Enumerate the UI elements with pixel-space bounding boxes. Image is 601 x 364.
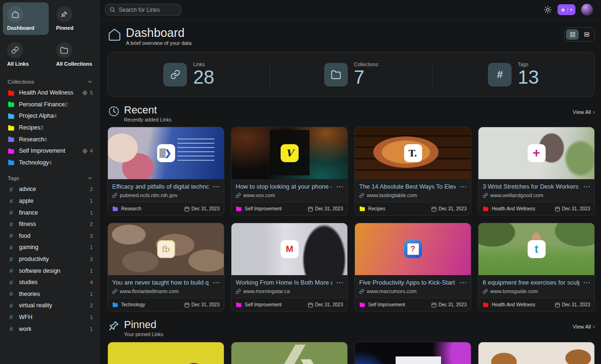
link-card[interactable]: ❯ Efficacy and pitfalls of digital techn…: [107, 127, 224, 216]
pinned-link-card[interactable]: [354, 342, 471, 364]
list-view-button[interactable]: [580, 29, 593, 40]
more-options-icon[interactable]: ⋯: [336, 183, 343, 190]
link-title[interactable]: The 14 Absolute Best Ways To Elevate Fr.…: [359, 183, 456, 190]
link-card[interactable]: M Working From Home Is Both More and L..…: [231, 223, 348, 312]
more-options-icon[interactable]: ⋯: [212, 279, 220, 286]
collection-item[interactable]: Project Alpha 4: [3, 110, 97, 122]
link-url[interactable]: www.wellandgood.com: [490, 192, 543, 198]
collection-item[interactable]: Recipes 3: [3, 122, 97, 134]
tag-name: fitness: [19, 221, 36, 227]
collection-folder-icon: [236, 302, 242, 308]
pinned-link-card[interactable]: [478, 342, 595, 364]
grid-view-button[interactable]: [566, 29, 579, 40]
collection-name[interactable]: Self Improvement: [245, 302, 282, 307]
link-title[interactable]: Efficacy and pitfalls of digital technol…: [112, 183, 209, 190]
more-options-icon[interactable]: ⋯: [460, 279, 467, 286]
more-options-icon[interactable]: ⋯: [336, 279, 343, 286]
link-card[interactable]: + 3 Wrist Stretches for Desk Workers to …: [478, 127, 595, 216]
link-title[interactable]: 6 equipment free exercises for sculpting…: [483, 279, 579, 286]
tag-item[interactable]: # apple 1: [3, 195, 97, 207]
collection-count: 3: [40, 125, 43, 130]
hash-icon: #: [8, 267, 15, 274]
collection-folder-icon: [483, 302, 489, 308]
tag-item[interactable]: # WFH 1: [3, 312, 97, 323]
more-options-icon[interactable]: ⋯: [583, 279, 590, 286]
link-title[interactable]: Five Productivity Apps to Kick-Start the…: [359, 279, 456, 286]
tag-item[interactable]: # fitness 2: [3, 218, 97, 230]
link-title[interactable]: You are never taught how to build qualit…: [112, 279, 209, 286]
collection-item[interactable]: Self Improvement 4: [3, 145, 97, 157]
tag-item[interactable]: # finance 1: [3, 207, 97, 218]
tag-item[interactable]: # advice 2: [3, 183, 97, 195]
collection-item[interactable]: Health And Wellness 5: [3, 87, 97, 99]
link-date: Dec 31, 2023: [439, 206, 467, 211]
link-card[interactable]: t 6 equipment free exercises for sculpti…: [478, 223, 595, 312]
more-options-icon[interactable]: ⋯: [583, 183, 590, 190]
tag-item[interactable]: # food 3: [3, 230, 97, 242]
sidebar-item-dashboard[interactable]: Dashboard: [3, 2, 49, 35]
sidebar-item-all-collections[interactable]: All Collections: [52, 38, 98, 71]
sidebar-item-pinned[interactable]: Pinned: [52, 2, 98, 35]
pinned-link-card[interactable]: [107, 342, 224, 364]
tag-count: 2: [90, 221, 93, 227]
theme-toggle-sun-icon[interactable]: [544, 6, 552, 14]
calendar-icon: [308, 206, 313, 212]
link-card[interactable]: V How to stop looking at your phone – Vo…: [231, 127, 348, 216]
link-card[interactable]: fb You are never taught how to build qua…: [107, 223, 224, 312]
collections-header[interactable]: Collections: [3, 77, 97, 87]
link-card[interactable]: ? Five Productivity Apps to Kick-Start t…: [354, 223, 471, 312]
caret-down-icon[interactable]: ▾: [570, 8, 572, 12]
link-date: Dec 31, 2023: [562, 302, 591, 307]
link-url[interactable]: www.morningstar.ca: [243, 288, 290, 294]
collection-name[interactable]: Technology: [121, 302, 145, 307]
more-options-icon[interactable]: ⋯: [212, 183, 220, 190]
tag-item[interactable]: # virtual reality 2: [3, 300, 97, 312]
collection-count: 4: [90, 148, 93, 154]
collection-name[interactable]: Research: [121, 206, 141, 211]
avatar[interactable]: [581, 4, 593, 16]
tag-item[interactable]: # work 1: [3, 323, 97, 335]
collection-name[interactable]: Health And Wellness: [492, 206, 535, 211]
link-card[interactable]: T. The 14 Absolute Best Ways To Elevate …: [354, 127, 471, 216]
recent-subtitle: Recently added Links: [124, 117, 171, 122]
collection-item[interactable]: Personal Finance 2: [3, 99, 97, 111]
collection-name[interactable]: Self Improvement: [245, 206, 282, 211]
collection-item[interactable]: Research 6: [3, 133, 97, 145]
link-icon: [112, 289, 117, 294]
collection-name: Project Alpha: [19, 113, 54, 119]
link-url[interactable]: www.florianbellmann.com: [120, 288, 179, 294]
link-url[interactable]: www.vox.com: [243, 192, 275, 198]
tag-count: 1: [90, 291, 93, 297]
collection-item[interactable]: Technology 4: [3, 157, 97, 169]
link-url[interactable]: www.macrumors.com: [367, 288, 416, 294]
collection-name[interactable]: Self Improvement: [368, 302, 405, 307]
collection-name[interactable]: Health And Wellness: [492, 302, 535, 307]
sidebar-item-all-links[interactable]: All Links: [3, 38, 49, 71]
link-url[interactable]: www.tastingtable.com: [367, 192, 417, 198]
link-icon: [359, 289, 364, 294]
tag-item[interactable]: # studies 4: [3, 277, 97, 288]
tag-item[interactable]: # software design 1: [3, 265, 97, 277]
tag-item[interactable]: # gaming 1: [3, 242, 97, 253]
link-title[interactable]: 3 Wrist Stretches for Desk Workers to D.…: [483, 183, 579, 190]
tags-header[interactable]: Tags: [3, 173, 97, 183]
new-link-button[interactable]: + ▾: [557, 4, 575, 15]
search-input[interactable]: Search for Links: [105, 4, 181, 16]
link-url[interactable]: pubmed.ncbi.nlm.nih.gov: [120, 192, 177, 198]
pinned-view-all-link[interactable]: View All ›: [573, 323, 595, 329]
tag-item[interactable]: # productivity 3: [3, 253, 97, 265]
recent-view-all-link[interactable]: View All ›: [573, 109, 595, 115]
collection-name[interactable]: Recipes: [368, 206, 385, 211]
more-options-icon[interactable]: ⋯: [460, 183, 467, 190]
folder-icon: [8, 89, 15, 96]
view-toggle: [564, 27, 595, 42]
tag-item[interactable]: # theories 1: [3, 288, 97, 300]
tags-header-label: Tags: [8, 175, 19, 181]
pinned-link-card[interactable]: [231, 342, 348, 364]
link-date: Dec 31, 2023: [315, 302, 344, 307]
collection-name: Health And Wellness: [19, 89, 73, 96]
link-url[interactable]: www.tomsguide.com: [490, 288, 538, 294]
link-title[interactable]: How to stop looking at your phone – Vox: [236, 183, 332, 190]
tag-name: advice: [19, 186, 36, 192]
link-title[interactable]: Working From Home Is Both More and L...: [236, 279, 332, 286]
